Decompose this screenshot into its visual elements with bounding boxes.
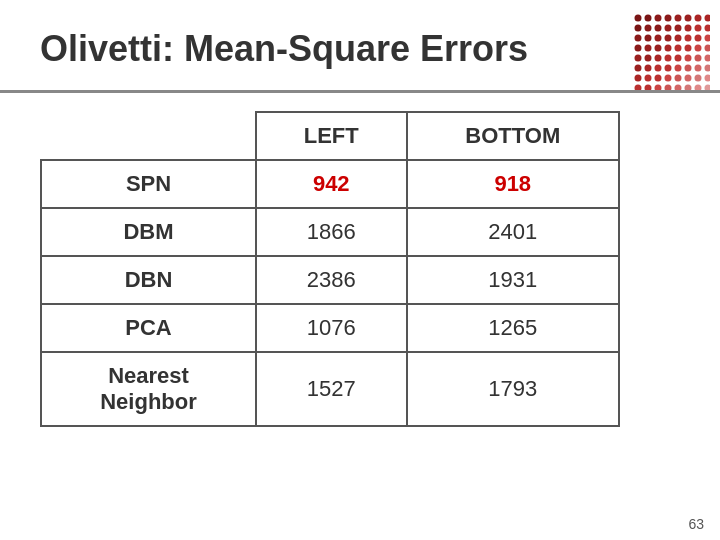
col-header-left: LEFT [256,112,407,160]
svg-point-49 [645,75,652,82]
svg-point-40 [635,65,642,72]
svg-point-27 [665,45,672,52]
svg-point-10 [655,25,662,32]
row-bottom-4: 1793 [407,352,619,426]
svg-point-1 [645,15,652,22]
svg-point-46 [695,65,702,72]
svg-point-33 [645,55,652,62]
svg-point-21 [685,35,692,42]
svg-point-56 [635,85,642,91]
svg-point-32 [635,55,642,62]
empty-header-cell [41,112,256,160]
page-title: Olivetti: Mean-Square Errors [0,0,720,93]
svg-point-61 [685,85,692,91]
svg-point-28 [675,45,682,52]
svg-point-39 [705,55,711,62]
svg-point-9 [645,25,652,32]
svg-point-20 [675,35,682,42]
svg-point-43 [665,65,672,72]
row-bottom-3: 1265 [407,304,619,352]
svg-point-48 [635,75,642,82]
svg-point-31 [705,45,711,52]
svg-point-45 [685,65,692,72]
svg-point-35 [665,55,672,62]
svg-point-22 [695,35,702,42]
svg-point-3 [665,15,672,22]
svg-point-42 [655,65,662,72]
svg-point-16 [635,35,642,42]
svg-point-37 [685,55,692,62]
svg-point-15 [705,25,711,32]
svg-point-38 [695,55,702,62]
svg-point-4 [675,15,682,22]
svg-point-52 [675,75,682,82]
svg-point-36 [675,55,682,62]
row-bottom-2: 1931 [407,256,619,304]
row-label-3: PCA [41,304,256,352]
svg-point-34 [655,55,662,62]
svg-point-54 [695,75,702,82]
svg-point-57 [645,85,652,91]
svg-point-53 [685,75,692,82]
svg-point-14 [695,25,702,32]
svg-point-5 [685,15,692,22]
svg-point-12 [675,25,682,32]
svg-point-0 [635,15,642,22]
svg-point-51 [665,75,672,82]
row-bottom-0: 918 [407,160,619,208]
svg-point-18 [655,35,662,42]
svg-point-19 [665,35,672,42]
svg-point-47 [705,65,711,72]
svg-point-63 [705,85,711,91]
svg-point-25 [645,45,652,52]
svg-point-13 [685,25,692,32]
svg-point-62 [695,85,702,91]
decorative-dots [630,10,710,90]
svg-point-23 [705,35,711,42]
row-label-4: NearestNeighbor [41,352,256,426]
data-table: LEFT BOTTOM SPN942918DBM18662401DBN23861… [40,111,620,427]
row-left-4: 1527 [256,352,407,426]
svg-point-41 [645,65,652,72]
svg-point-59 [665,85,672,91]
svg-point-60 [675,85,682,91]
svg-point-2 [655,15,662,22]
svg-point-30 [695,45,702,52]
row-left-1: 1866 [256,208,407,256]
row-left-3: 1076 [256,304,407,352]
row-label-2: DBN [41,256,256,304]
svg-point-6 [695,15,702,22]
svg-point-24 [635,45,642,52]
svg-point-55 [705,75,711,82]
svg-point-11 [665,25,672,32]
svg-point-8 [635,25,642,32]
svg-point-29 [685,45,692,52]
row-left-0: 942 [256,160,407,208]
row-bottom-1: 2401 [407,208,619,256]
page-number: 63 [688,516,704,532]
svg-point-44 [675,65,682,72]
svg-point-50 [655,75,662,82]
svg-point-7 [705,15,711,22]
table-container: LEFT BOTTOM SPN942918DBM18662401DBN23861… [0,111,720,427]
svg-point-26 [655,45,662,52]
svg-point-58 [655,85,662,91]
col-header-bottom: BOTTOM [407,112,619,160]
svg-point-17 [645,35,652,42]
row-label-0: SPN [41,160,256,208]
row-left-2: 2386 [256,256,407,304]
row-label-1: DBM [41,208,256,256]
